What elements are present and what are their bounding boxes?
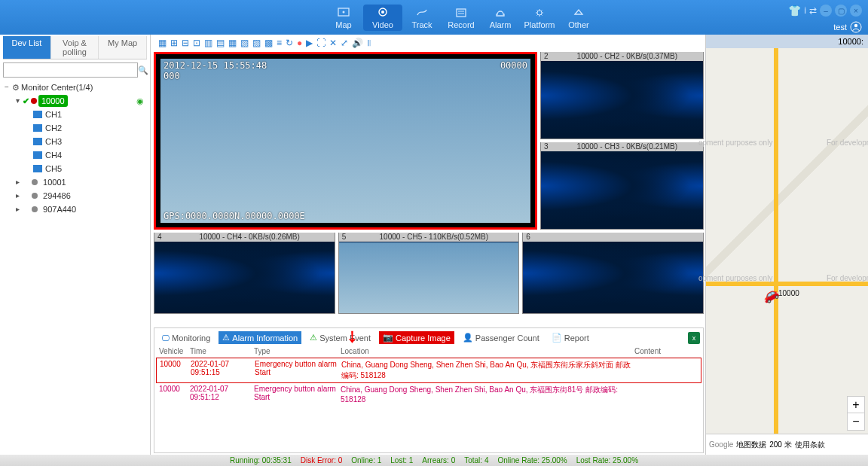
wifi-icon: ◉ xyxy=(136,95,144,107)
video-gps: GPS:0000.0000N.00000.0000E xyxy=(164,211,305,221)
camera-icon xyxy=(33,151,42,159)
status-online: Online: 1 xyxy=(351,456,381,464)
ptab-report[interactable]: 📄Report xyxy=(548,331,593,344)
expand-icon[interactable]: ▸ xyxy=(14,190,21,202)
zoom-out-button[interactable]: − xyxy=(848,413,864,430)
status-running: Running: 00:35:31 xyxy=(230,456,292,464)
tab-record[interactable]: Record xyxy=(442,5,481,31)
camera-icon xyxy=(33,165,42,172)
device-10000[interactable]: 10000 xyxy=(38,95,68,107)
ptab-passenger[interactable]: 👤Passenger Count xyxy=(459,331,543,344)
toolbar-icon[interactable]: ⤢ xyxy=(341,38,348,48)
monitor-icon: 🖵 xyxy=(161,334,170,343)
toolbar-icon[interactable]: ▦ xyxy=(158,38,167,48)
status-total: Total: 4 xyxy=(464,456,488,464)
toolbar-icon[interactable]: ↻ xyxy=(286,38,293,48)
svg-point-1 xyxy=(343,11,345,13)
maximize-button[interactable]: ▢ xyxy=(835,5,847,17)
tab-map[interactable]: Map xyxy=(324,5,363,31)
alarm-row[interactable]: 10000 2022-01-07 09:51:12 Emergency butt… xyxy=(156,383,701,405)
toolbar-icon[interactable]: ⛶ xyxy=(316,38,326,48)
minimize-button[interactable]: – xyxy=(820,5,832,17)
toolbar-icon[interactable]: ▨ xyxy=(252,38,261,48)
tab-track[interactable]: Track xyxy=(402,5,442,31)
toolbar-icon[interactable]: ▦ xyxy=(228,38,237,48)
check-icon: ✔ xyxy=(23,95,29,107)
user-area[interactable]: test xyxy=(833,21,862,33)
video-counter: 00000 xyxy=(500,60,527,71)
status-lost: Lost: 1 xyxy=(390,456,413,464)
toolbar-icon[interactable]: ⊞ xyxy=(170,38,178,48)
tab-devlist[interactable]: Dev List xyxy=(3,36,51,59)
search-icon[interactable]: 🔍 xyxy=(138,62,148,78)
ptab-capture[interactable]: 📷Capture Image xyxy=(379,331,454,344)
main-video-ch1[interactable]: 2012-12-15 15:55:48 000 00000 GPS:0000.0… xyxy=(154,52,537,230)
svg-point-3 xyxy=(381,11,384,14)
status-red-icon xyxy=(31,98,37,104)
device-294486[interactable]: 294486 xyxy=(43,190,71,202)
header-tabs: Map Video Track Record Alarm Platform Ot… xyxy=(324,5,598,31)
video-tile-ch5[interactable]: 510000 - CH5 - 110KB/s(0.52MB) xyxy=(338,233,520,314)
collapse-icon[interactable]: ▾ xyxy=(14,95,21,107)
status-lost-rate: Lost Rate: 25.00% xyxy=(576,456,638,464)
tab-platform[interactable]: Platform xyxy=(520,5,559,31)
toolbar-icon[interactable]: ▩ xyxy=(264,38,273,48)
device-search-input[interactable] xyxy=(3,62,138,78)
toolbar-icon[interactable]: 🔊 xyxy=(352,38,363,48)
toolbar-icon[interactable]: ⊡ xyxy=(193,38,200,48)
expand-icon[interactable]: ▸ xyxy=(14,203,21,215)
toolbar-icon[interactable]: ● xyxy=(297,38,302,48)
toolbar-icon[interactable]: ▶ xyxy=(306,38,313,48)
tshirt-icon[interactable]: 👕 xyxy=(788,5,801,17)
device-907a440[interactable]: 907A440 xyxy=(43,203,76,215)
warning-icon: ⚠ xyxy=(222,333,230,343)
collapse-icon[interactable]: − xyxy=(3,81,11,93)
toolbar-icon[interactable]: ✕ xyxy=(329,38,337,48)
toolbar-icon[interactable]: ▤ xyxy=(216,38,225,48)
video-tile-ch2[interactable]: 210000 - CH2 - 0KB/s(0.37MB) xyxy=(540,52,704,139)
close-button[interactable]: × xyxy=(850,5,862,17)
center-pane: ▦⊞⊟⊡▥▤▦▧▨▩≡↻●▶⛶✕⤢🔊⫴ 2012-12-15 15:55:48 … xyxy=(151,35,705,455)
export-excel-button[interactable]: x xyxy=(688,332,700,344)
tab-mymap[interactable]: My Map xyxy=(99,36,147,59)
map-canvas[interactable]: opment purposes only For development opm… xyxy=(706,48,868,434)
tab-voip[interactable]: Voip & polling xyxy=(51,36,99,59)
tab-alarm[interactable]: Alarm xyxy=(481,5,520,31)
google-logo: Google xyxy=(709,440,733,449)
svg-rect-4 xyxy=(457,9,466,17)
channel-ch1[interactable]: CH1 xyxy=(45,108,62,120)
gear-icon: ⚙ xyxy=(12,81,20,93)
channel-ch5[interactable]: CH5 xyxy=(45,163,62,175)
video-tile-6[interactable]: 6 xyxy=(522,233,704,314)
left-pane: Dev List Voip & polling My Map 🔍 −⚙Monit… xyxy=(0,35,151,455)
info-icon[interactable]: i xyxy=(804,5,806,16)
zoom-in-button[interactable]: + xyxy=(848,397,864,413)
toolbar-icon[interactable]: ⫴ xyxy=(367,38,371,48)
person-icon: 👤 xyxy=(463,333,473,343)
tree-root[interactable]: Monitor Center(1/4) xyxy=(21,81,93,93)
toolbar-icon[interactable]: ≡ xyxy=(277,38,282,48)
ptab-monitoring[interactable]: 🖵Monitoring xyxy=(157,332,214,344)
status-disk: Disk Error: 0 xyxy=(301,456,343,464)
device-tree: −⚙Monitor Center(1/4) ▾✔10000◉ CH1 CH2 C… xyxy=(3,81,147,216)
svg-point-7 xyxy=(537,11,542,15)
tab-other[interactable]: Other xyxy=(559,5,598,31)
channel-ch3[interactable]: CH3 xyxy=(45,136,62,148)
map-footer: Google 地图数据 200 米 使用条款 xyxy=(706,434,868,455)
alarm-row[interactable]: 10000 2022-01-07 09:51:15 Emergency butt… xyxy=(156,358,701,383)
video-tile-ch4[interactable]: 410000 - CH4 - 0KB/s(0.26MB) xyxy=(154,233,335,314)
tab-video[interactable]: Video xyxy=(363,5,402,31)
channel-ch2[interactable]: CH2 xyxy=(45,122,62,134)
expand-icon[interactable]: ▸ xyxy=(14,176,21,188)
alarm-table-header: Vehicle Time Type Location Content xyxy=(156,346,701,358)
username: test xyxy=(833,23,847,32)
ptab-alarm[interactable]: ⚠Alarm Information➘ xyxy=(219,331,301,344)
channel-ch4[interactable]: CH4 xyxy=(45,149,62,161)
toolbar-icon[interactable]: ▥ xyxy=(204,38,212,48)
device-10001[interactable]: 10001 xyxy=(43,176,66,188)
camera-icon: 📷 xyxy=(383,333,393,343)
video-tile-ch3[interactable]: 310000 - CH3 - 0KB/s(0.21MB) xyxy=(540,142,704,230)
toolbar-icon[interactable]: ▧ xyxy=(240,38,249,48)
toolbar-icon[interactable]: ⊟ xyxy=(182,38,189,48)
swap-icon[interactable]: ⇄ xyxy=(809,5,817,16)
